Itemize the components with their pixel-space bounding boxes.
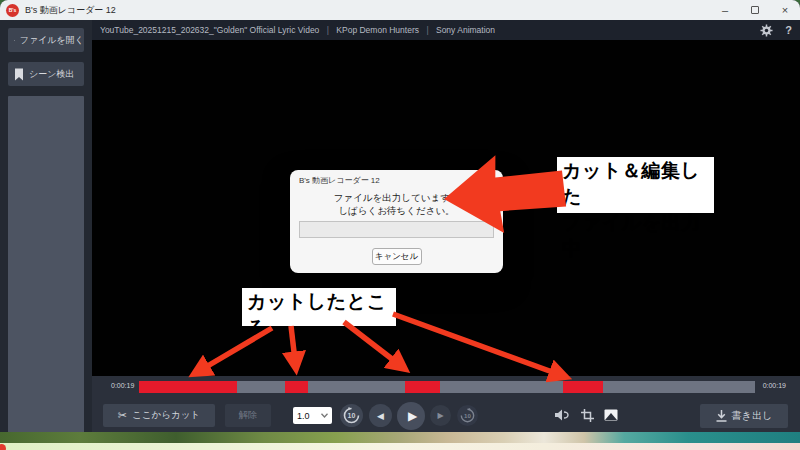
next-frame-icon: ▶ (437, 411, 443, 420)
cut-from-here-button[interactable]: ✂ ここからカット (103, 404, 215, 427)
taskbar-red-icon (0, 444, 6, 450)
release-label: 解除 (239, 409, 258, 422)
forward-10-icon: 10 (460, 408, 475, 423)
maximize-icon (751, 6, 759, 14)
annotation-export-note: カット＆編集した ファイルを出力中 (557, 157, 714, 213)
cut-segment (139, 381, 237, 393)
separator: | (426, 25, 428, 35)
open-file-button[interactable]: ファイルを開く (8, 28, 84, 52)
loaded-file-name: YouTube_20251215_202632_"Golden" Officia… (100, 25, 495, 35)
dialog-message-line1: ファイルを出力しています。 (290, 191, 503, 204)
timeline-track[interactable] (139, 381, 755, 393)
current-time: 0:00:19 (111, 382, 134, 389)
export-button[interactable]: 書き出し (700, 404, 788, 428)
scissors-icon: ✂ (118, 409, 127, 422)
settings-gear-icon[interactable] (760, 24, 773, 37)
previous-frame-icon: ◀ (377, 411, 384, 421)
app-window: B's B's 動画レコーダー 12 – × ファイルを開く (0, 0, 800, 432)
cut-segment (563, 381, 603, 393)
step-forward-button[interactable]: ▶ (430, 405, 451, 426)
svg-text:10: 10 (464, 412, 471, 419)
desktop-wallpaper (0, 432, 800, 443)
bookmark-icon (14, 68, 24, 81)
maximize-button[interactable] (740, 0, 770, 20)
annotation-export-line2: ファイルを出力中 (562, 210, 710, 262)
scene-detect-label: シーン検出 (29, 68, 74, 81)
play-icon: ▶ (408, 409, 417, 423)
cut-segment (405, 381, 440, 393)
image-icon (604, 409, 618, 421)
release-button[interactable]: 解除 (225, 404, 271, 427)
annotation-export-line1: カット＆編集した (562, 158, 710, 210)
step-back-button[interactable]: ◀ (369, 404, 392, 427)
export-label: 書き出し (732, 409, 772, 423)
file-name-part: KPop Demon Hunters (336, 25, 419, 35)
app-icon: B's (6, 4, 19, 17)
window-controls: – × (710, 0, 800, 20)
cancel-button[interactable]: キャンセル (372, 248, 422, 265)
file-name-part: Sony Animation (436, 25, 495, 35)
window-title: B's 動画レコーダー 12 (25, 4, 116, 17)
total-time: 0:00:19 (763, 382, 786, 389)
annotation-cut-note: カットしたところ (242, 288, 396, 326)
close-button[interactable]: × (770, 0, 800, 20)
file-toolbar: YouTube_20251215_202632_"Golden" Officia… (92, 20, 800, 40)
image-overlay-button[interactable] (603, 408, 619, 422)
export-progress-dialog: B's 動画レコーダー 12 ファイルを出力しています。 しばらくお待ちください… (290, 170, 503, 273)
control-bar: 0:00:19 0:00:19 ✂ ここからカット 解除 1.0 (92, 376, 800, 432)
cut-segment (285, 381, 308, 393)
play-button[interactable]: ▶ (397, 402, 425, 430)
crop-icon (581, 409, 594, 422)
forward-10-button[interactable]: 10 (457, 405, 478, 426)
volume-button[interactable] (554, 408, 570, 422)
playback-speed-select[interactable]: 1.0 (293, 407, 332, 424)
crop-button[interactable] (579, 408, 595, 422)
dialog-message: ファイルを出力しています。 しばらくお待ちください。 (290, 191, 503, 217)
open-file-label: ファイルを開く (20, 34, 84, 47)
dialog-message-line2: しばらくお待ちください。 (290, 204, 503, 217)
folder-icon (14, 35, 15, 46)
replay-10-icon: 10 (343, 407, 360, 424)
speed-value: 1.0 (297, 411, 310, 421)
minimize-button[interactable]: – (710, 0, 740, 20)
desktop: B's B's 動画レコーダー 12 – × ファイルを開く (0, 0, 800, 450)
scene-list-panel[interactable] (8, 96, 84, 432)
background-window-edge (0, 443, 800, 450)
help-icon[interactable]: ? (785, 24, 792, 36)
progress-bar (299, 221, 494, 238)
file-name-part: YouTube_20251215_202632_"Golden" Officia… (100, 25, 319, 35)
scene-detect-button[interactable]: シーン検出 (8, 62, 84, 86)
cut-from-here-label: ここからカット (132, 409, 200, 422)
svg-text:10: 10 (348, 412, 356, 419)
replay-10-button[interactable]: 10 (340, 404, 363, 427)
speaker-icon (555, 409, 569, 421)
chevron-down-icon (321, 413, 328, 418)
dialog-title: B's 動画レコーダー 12 (299, 175, 380, 186)
download-icon (716, 410, 727, 422)
separator: | (327, 25, 329, 35)
sidebar: ファイルを開く シーン検出 (0, 20, 92, 432)
title-bar[interactable]: B's B's 動画レコーダー 12 – × (0, 0, 800, 20)
